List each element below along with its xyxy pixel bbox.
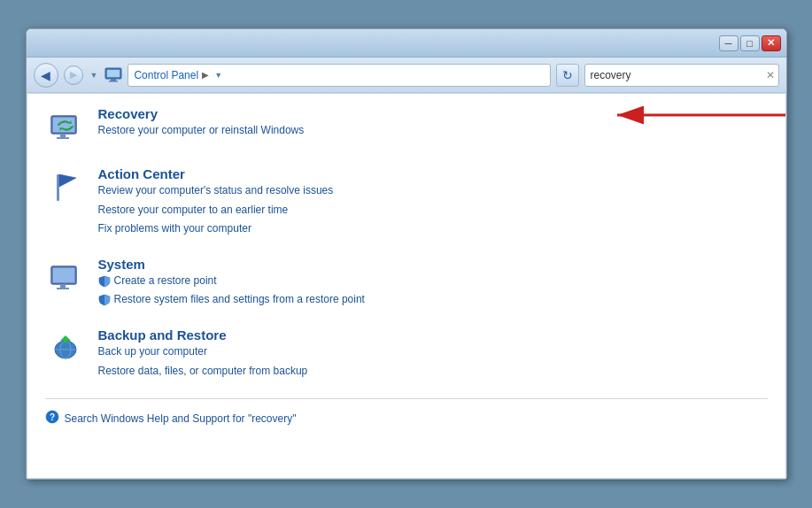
svg-marker-13 bbox=[59, 174, 76, 187]
action-center-icon-svg bbox=[48, 169, 85, 206]
close-button[interactable]: ✕ bbox=[762, 35, 781, 51]
svg-rect-16 bbox=[60, 284, 66, 288]
recovery-title[interactable]: Recovery bbox=[98, 106, 757, 121]
breadcrumb-separator: ▶ bbox=[202, 70, 209, 80]
nav-dropdown-arrow[interactable]: ▼ bbox=[89, 71, 100, 80]
action-center-link-1[interactable]: Restore your computer to an earlier time bbox=[98, 201, 768, 220]
result-recovery: Recovery Restore your computer or reinst… bbox=[45, 106, 768, 149]
help-icon: ? bbox=[45, 410, 59, 427]
action-center-title[interactable]: Action Center bbox=[98, 166, 768, 181]
title-bar: ─ □ ✕ bbox=[27, 29, 786, 58]
breadcrumb-dropdown-arrow[interactable]: ▼ bbox=[214, 71, 222, 80]
backup-restore-link-1[interactable]: Restore data, files, or computer from ba… bbox=[98, 362, 768, 381]
backup-restore-text: Backup and Restore Back up your computer… bbox=[98, 327, 768, 381]
action-center-link-2[interactable]: Fix problems with your computer bbox=[98, 219, 768, 239]
backup-restore-title[interactable]: Backup and Restore bbox=[98, 327, 768, 343]
help-link[interactable]: ? Search Windows Help and Support for "r… bbox=[45, 410, 768, 427]
svg-rect-6 bbox=[60, 134, 66, 137]
svg-rect-2 bbox=[111, 79, 116, 81]
action-center-icon bbox=[45, 166, 88, 209]
result-backup-restore: Backup and Restore Back up your computer… bbox=[45, 327, 768, 381]
system-icon-svg bbox=[48, 259, 85, 296]
recovery-icon-svg bbox=[48, 109, 85, 146]
backup-restore-icon bbox=[45, 327, 88, 370]
window-controls: ─ □ ✕ bbox=[719, 35, 781, 51]
breadcrumb-control-panel[interactable]: Control Panel bbox=[134, 69, 198, 81]
system-link-0[interactable]: Create a restore point bbox=[98, 272, 768, 291]
content-divider bbox=[45, 398, 768, 399]
recovery-icon bbox=[45, 106, 88, 149]
svg-rect-7 bbox=[57, 137, 69, 139]
svg-text:?: ? bbox=[49, 412, 54, 422]
help-circle-icon: ? bbox=[45, 410, 59, 424]
toolbar: ◀ ▶ ▼ Control Panel ▶ ▼ ↻ ✕ bbox=[27, 58, 786, 93]
search-input[interactable] bbox=[585, 69, 762, 81]
minimize-button[interactable]: ─ bbox=[719, 35, 739, 51]
result-system: System Create a restore point bbox=[45, 257, 768, 310]
svg-rect-3 bbox=[109, 81, 118, 82]
help-text: Search Windows Help and Support for "rec… bbox=[65, 412, 297, 425]
maximize-button[interactable]: □ bbox=[740, 35, 760, 51]
result-action-center: Action Center Review your computer's sta… bbox=[45, 166, 768, 239]
system-link-1[interactable]: Restore system files and settings from a… bbox=[98, 290, 768, 310]
search-clear-button[interactable]: ✕ bbox=[762, 69, 778, 81]
system-icon bbox=[45, 257, 88, 299]
results-container: Recovery Restore your computer or reinst… bbox=[45, 106, 768, 427]
svg-rect-12 bbox=[57, 174, 59, 201]
search-bar: ✕ bbox=[584, 64, 779, 87]
backup-restore-icon-svg bbox=[48, 330, 85, 367]
backup-restore-link-0[interactable]: Back up your computer bbox=[98, 343, 768, 362]
recovery-subtitle[interactable]: Restore your computer or reinstall Windo… bbox=[98, 121, 757, 141]
back-button[interactable]: ◀ bbox=[34, 63, 58, 88]
system-text: System Create a restore point bbox=[98, 257, 768, 310]
action-center-text: Action Center Review your computer's sta… bbox=[98, 166, 768, 239]
forward-button[interactable]: ▶ bbox=[64, 65, 83, 85]
svg-rect-22 bbox=[64, 337, 67, 343]
monitor-icon bbox=[104, 67, 122, 83]
recovery-text: Recovery Restore your computer or reinst… bbox=[98, 106, 757, 141]
main-window: ─ □ ✕ ◀ ▶ ▼ Control Panel ▶ ▼ ↻ ✕ bbox=[26, 28, 787, 480]
svg-rect-17 bbox=[57, 288, 69, 289]
svg-rect-15 bbox=[53, 268, 74, 282]
content-area: Recovery Restore your computer or reinst… bbox=[27, 93, 786, 479]
shield-icon-1 bbox=[98, 294, 111, 306]
system-title[interactable]: System bbox=[98, 257, 768, 272]
svg-rect-1 bbox=[107, 70, 120, 77]
action-center-link-0[interactable]: Review your computer's status and resolv… bbox=[98, 181, 768, 201]
shield-icon-0 bbox=[98, 275, 111, 288]
breadcrumb-bar: Control Panel ▶ ▼ bbox=[128, 64, 550, 87]
refresh-button[interactable]: ↻ bbox=[556, 64, 579, 87]
